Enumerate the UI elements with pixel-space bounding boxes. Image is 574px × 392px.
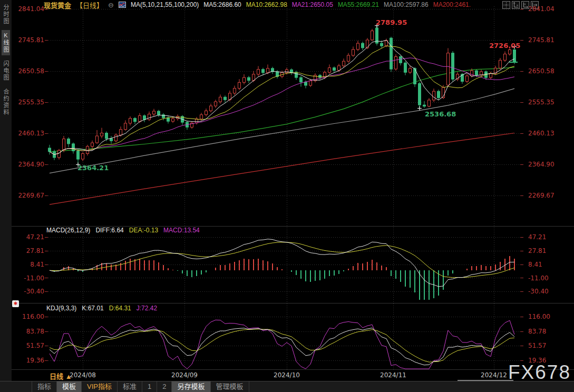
period-tag: 【日线】 — [76, 0, 103, 10]
macd-axis-label: 27.81 — [14, 247, 44, 254]
kdj-header: KDJ(9,3,3) K:67.01 D:64.31 J:72.42 — [46, 305, 157, 312]
ma21-value: MA21:2650.05 — [292, 1, 333, 8]
kdj-axis-label: 19.36 — [14, 357, 44, 364]
macd-axis-label: -30.40 — [528, 288, 560, 295]
macd-macd-value: MACD:13.54 — [163, 227, 200, 234]
x-axis-label: 2024/08 — [67, 371, 99, 379]
y-axis-label: 2745.81 — [14, 36, 44, 44]
macd-axis-label: -11.00 — [14, 275, 44, 282]
macd-header: MACD(26,12,9) DIFF:6.64 DEA:-0.13 MACD:1… — [46, 227, 200, 234]
tab-template-2[interactable]: 2 — [157, 381, 171, 392]
macd-diff-value: DIFF:6.64 — [95, 227, 123, 234]
macd-title: MACD(26,12,9) — [46, 227, 90, 234]
tab-template-1[interactable]: 1 — [142, 381, 157, 392]
tab-save-template[interactable]: 另存模板 — [171, 381, 210, 392]
kdj-axis-label: 51.57 — [14, 342, 44, 349]
y-axis-label: 2269.67 — [14, 192, 44, 199]
kdj-axis-label: 116.00 — [14, 313, 44, 320]
x-axis-label: 2024/10 — [271, 371, 303, 379]
tab-indicators[interactable]: 指标 — [32, 381, 56, 392]
macd-axis-label: -30.40 — [14, 288, 44, 295]
y-axis-label: 2364.90 — [528, 161, 560, 168]
macd-axis-label: 47.21 — [14, 233, 44, 241]
y-axis-label: 2555.35 — [528, 99, 560, 106]
bottom-toolbar: 指标 模板 VIP指标 标准 1 2 另存模板 管理模板 — [0, 381, 574, 392]
ma5-value: MA5:2686.60 — [203, 1, 241, 8]
y-axis-label: 2650.58 — [528, 67, 560, 75]
kdj-k-value: K:67.01 — [82, 305, 103, 312]
period-label: 日线 — [50, 373, 63, 380]
tab-manage-template[interactable]: 管理模板 — [210, 381, 249, 392]
kdj-axis-label: 83.78 — [14, 328, 44, 335]
ma100-value: MA100:2597.86 — [384, 1, 429, 8]
macd-axis-label: 8.41 — [14, 261, 44, 268]
tab-vip-indicators[interactable]: VIP指标 — [81, 381, 117, 392]
macd-axis-label: -11.00 — [528, 275, 560, 282]
x-axis-label: 2024/09 — [169, 371, 200, 379]
y-axis-label: 2460.13 — [14, 130, 44, 137]
ma-params-label: MA(5,10,21,55,100,200) — [131, 1, 199, 8]
link-toggle-icon[interactable]: ⊖ — [108, 1, 114, 9]
y-axis-label: 2841.04 — [14, 5, 44, 13]
y-axis-label: 2460.13 — [528, 130, 560, 137]
ma200-value: MA200:2461. — [433, 1, 471, 8]
y-axis-label: 2269.67 — [528, 192, 560, 199]
x-axis-label: 2024/12 — [478, 371, 510, 379]
high-price-annotation: 2789.95 — [376, 18, 407, 26]
macd-axis-label: 27.81 — [528, 247, 560, 254]
y-axis-zoom-icon[interactable] — [512, 1, 520, 9]
kdj-title: KDJ(9,3,3) — [46, 305, 76, 312]
kdj-axis-label: 116.00 — [528, 313, 560, 320]
y-axis-label: 2364.90 — [14, 161, 44, 168]
kdj-axis-label: 51.57 — [528, 342, 560, 349]
ma55-value: MA55:2669.21 — [338, 1, 379, 8]
macd-dea-value: DEA:-0.13 — [129, 227, 158, 234]
tab-templates[interactable]: 模板 — [56, 381, 81, 392]
y-axis-label: 2555.35 — [14, 99, 44, 106]
x-axis-label: 2024/11 — [377, 371, 409, 379]
ma10-value: MA10:2662.98 — [246, 1, 287, 8]
chart-header: 现货黄金 【日线】 ⊖ MA(5,10,21,55,100,200) MA5:2… — [44, 1, 471, 9]
watermark: FX678 — [508, 361, 571, 384]
low-price-annotation: 2536.68 — [425, 110, 456, 118]
high-price-annotation: 2726.05 — [489, 42, 520, 50]
symbol-name: 现货黄金 — [44, 0, 71, 10]
macd-axis-label: 8.41 — [528, 261, 560, 268]
kdj-axis-label: 83.78 — [528, 328, 560, 335]
chart-canvas[interactable] — [0, 0, 574, 392]
indicator-settings-button[interactable]: ✱ — [12, 300, 19, 307]
y-axis-label: 2650.58 — [14, 67, 44, 75]
tab-standard[interactable]: 标准 — [117, 381, 142, 392]
kdj-j-value: J:72.42 — [137, 305, 157, 312]
mini-chart-icon[interactable] — [119, 2, 126, 8]
low-price-annotation: 2364.21 — [77, 164, 109, 172]
macd-axis-label: 47.21 — [528, 233, 560, 241]
y-axis-label: 2745.81 — [528, 36, 560, 44]
y-axis-label: 2841.04 — [528, 5, 560, 13]
app-root: 分时图 K线图 闪电图 合约资料 现货黄金 【日线】 ⊖ MA(5,10,21,… — [0, 0, 574, 392]
kdj-d-value: D:64.31 — [109, 305, 131, 312]
pan-icon[interactable] — [502, 1, 510, 9]
